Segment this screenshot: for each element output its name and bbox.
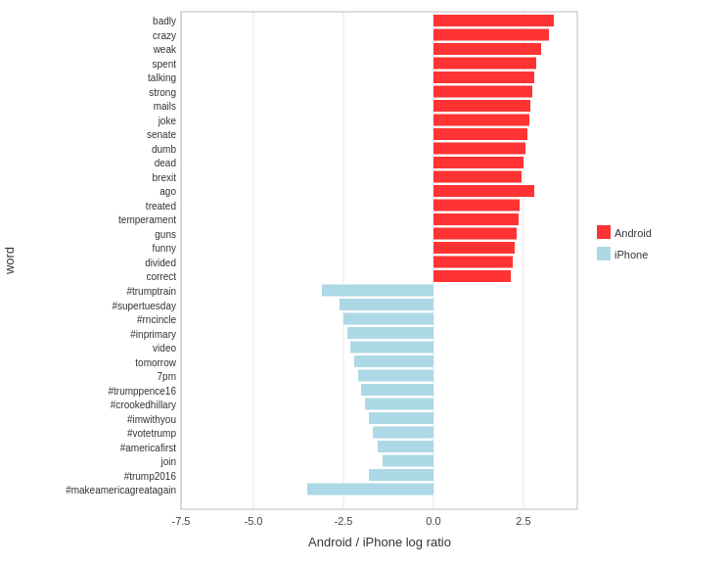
label-badly: badly bbox=[153, 16, 176, 26]
bar-dumb bbox=[433, 143, 525, 155]
label-join: join bbox=[159, 456, 176, 467]
bar-7pm bbox=[358, 370, 433, 382]
bar-guns bbox=[433, 228, 517, 240]
label-funny: funny bbox=[153, 243, 176, 254]
bar-treated bbox=[433, 200, 520, 212]
label-dead: dead bbox=[155, 158, 176, 168]
label-supertuesday: #supertuesday bbox=[112, 301, 176, 311]
bar-badly bbox=[433, 15, 554, 26]
bar-tomorrow bbox=[354, 355, 433, 367]
bar-ago bbox=[433, 185, 534, 197]
bar-crazy bbox=[433, 29, 549, 41]
label-7pm: 7pm bbox=[158, 371, 176, 382]
label-spent: spent bbox=[153, 59, 177, 70]
bar-weak bbox=[433, 43, 541, 55]
x-tick-label: -2.5 bbox=[335, 515, 353, 527]
bar-crookedhillary bbox=[365, 399, 433, 410]
label-americafirst: #americafirst bbox=[120, 443, 176, 453]
bar-trumppence16 bbox=[361, 384, 433, 396]
bar-join bbox=[383, 455, 433, 467]
bar-chart: -7.5 -5.0 -2.5 0.0 2.5 Android / iPhone … bbox=[0, 0, 728, 566]
label-treated: treated bbox=[146, 201, 176, 212]
bar-trumptrain bbox=[322, 285, 433, 297]
label-video: video bbox=[153, 343, 176, 354]
label-mails: mails bbox=[154, 101, 176, 112]
bar-strong bbox=[433, 86, 532, 98]
bar-divided bbox=[433, 257, 513, 268]
label-rncincle: #rncincle bbox=[137, 314, 176, 325]
label-tomorrow: tomorrow bbox=[135, 357, 176, 368]
legend-iphone-swatch bbox=[597, 247, 611, 260]
label-makeamericagreatagain: #makeamericagreatagain bbox=[66, 485, 176, 495]
chart-container: -7.5 -5.0 -2.5 0.0 2.5 Android / iPhone … bbox=[0, 0, 728, 566]
label-trump2016: #trump2016 bbox=[124, 471, 177, 482]
bar-supertuesday bbox=[340, 299, 433, 310]
bar-brexit bbox=[433, 171, 522, 183]
bar-imwithyou bbox=[369, 412, 433, 424]
y-axis-title: word bbox=[2, 247, 17, 275]
x-axis-title: Android / iPhone log ratio bbox=[308, 535, 451, 549]
bar-americafirst bbox=[378, 441, 433, 452]
label-correct: correct bbox=[146, 271, 176, 282]
label-trumptrain: #trumptrain bbox=[126, 286, 176, 297]
label-crookedhillary: #crookedhillary bbox=[111, 400, 176, 410]
label-senate: senate bbox=[147, 129, 176, 140]
label-dumb: dumb bbox=[152, 144, 176, 155]
x-tick-label: -7.5 bbox=[172, 515, 191, 527]
bar-funny bbox=[433, 242, 515, 254]
bar-temperament bbox=[433, 213, 519, 225]
label-weak: weak bbox=[153, 44, 177, 55]
bar-joke bbox=[433, 115, 529, 126]
bar-dead bbox=[433, 157, 523, 168]
bar-makeamericagreatagain bbox=[307, 484, 433, 495]
x-tick-label: 0.0 bbox=[426, 515, 440, 527]
label-inprimary: #inprimary bbox=[130, 329, 176, 340]
label-trumppence16: #trumppence16 bbox=[109, 386, 177, 397]
legend-iphone-label: iPhone bbox=[614, 249, 648, 260]
x-tick-label: -5.0 bbox=[245, 515, 263, 527]
label-ago: ago bbox=[159, 186, 176, 197]
bar-votetrump bbox=[373, 427, 433, 439]
bar-trump2016 bbox=[369, 469, 433, 481]
label-temperament: temperament bbox=[118, 214, 176, 225]
label-votetrump: #votetrump bbox=[127, 428, 176, 439]
legend-android-swatch bbox=[597, 225, 611, 239]
bar-talking bbox=[433, 71, 534, 83]
label-talking: talking bbox=[148, 72, 176, 83]
bar-senate bbox=[433, 128, 527, 140]
label-joke: joke bbox=[158, 116, 177, 126]
label-strong: strong bbox=[149, 87, 176, 98]
bar-video bbox=[350, 342, 433, 354]
bar-spent bbox=[433, 58, 536, 70]
bar-correct bbox=[433, 270, 511, 282]
label-guns: guns bbox=[155, 229, 176, 240]
label-imwithyou: #imwithyou bbox=[127, 414, 176, 425]
bar-rncincle bbox=[343, 313, 433, 325]
label-brexit: brexit bbox=[153, 172, 177, 183]
x-tick-label: 2.5 bbox=[516, 515, 530, 527]
bar-mails bbox=[433, 100, 530, 112]
label-crazy: crazy bbox=[153, 30, 176, 41]
legend-android-label: Android bbox=[614, 227, 652, 239]
bar-inprimary bbox=[347, 327, 433, 339]
label-divided: divided bbox=[145, 258, 176, 268]
